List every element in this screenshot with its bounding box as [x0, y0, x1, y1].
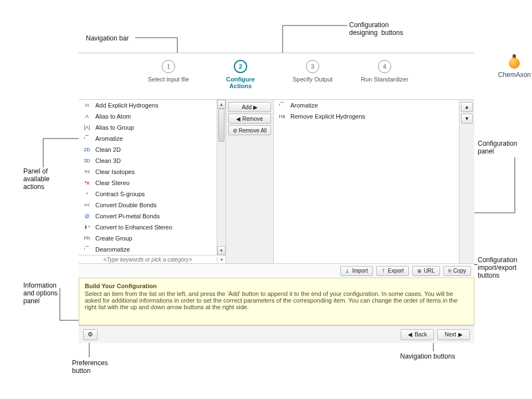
brand-name: ChemAxon	[498, 71, 531, 79]
import-icon: ⤓	[345, 268, 350, 274]
action-label: Clean 2D	[95, 146, 121, 153]
step-4-label: Run Standardizer	[360, 76, 410, 83]
action-label: Aromatize	[95, 135, 123, 142]
action-label: Clear Stereo	[95, 180, 130, 186]
step-2-circle: 2	[234, 60, 247, 73]
url-icon: ⊕	[417, 268, 422, 274]
copy-label: Copy	[453, 268, 466, 274]
io-button-row: ⤓Import ⤒Export ⊕URL ⎘Copy	[79, 263, 474, 278]
url-label: URL	[424, 268, 435, 274]
export-button[interactable]: ⤒Export	[376, 266, 409, 276]
filter-input[interactable]	[79, 257, 217, 263]
hexagon-icon	[82, 246, 92, 253]
copy-icon: ⎘	[448, 268, 451, 274]
action-clean-2d[interactable]: 2DClean 2D	[79, 144, 217, 155]
brand-block: ChemAxon	[498, 54, 531, 79]
step-3-label: Specify Output	[288, 76, 337, 83]
action-clear-isotopes[interactable]: ²HClear Isotopes	[79, 166, 217, 177]
double-bond-icon: ><	[82, 202, 92, 208]
stereo-x-icon: *x	[82, 180, 92, 186]
info-panel: Build Your Configuration Select an item …	[79, 278, 474, 325]
action-dearomatize[interactable]: Dearomatize	[79, 244, 217, 255]
url-button[interactable]: ⊕URL	[412, 266, 440, 276]
3d-icon: 3D	[82, 158, 92, 163]
available-actions-list[interactable]: HAdd Explicit Hydrogens AAlias to Atom […	[79, 100, 217, 255]
step-3-circle: 3	[306, 60, 319, 73]
info-body: Select an item from the list on the left…	[85, 290, 468, 310]
action-label: Dearomatize	[95, 246, 130, 253]
reorder-panel: ▲ ▼	[459, 100, 474, 263]
annotation-config-designing: Configuration designing buttons	[349, 21, 403, 37]
scroll-track[interactable]	[217, 109, 226, 246]
step-4[interactable]: 4 Run Standardizer	[360, 60, 410, 89]
move-up-button[interactable]: ▲	[461, 102, 473, 112]
brand-logo-icon	[507, 54, 522, 70]
ph-icon: Ph	[82, 236, 92, 241]
a-icon: A	[82, 114, 92, 119]
annotation-nav-bar: Navigation bar	[86, 34, 129, 42]
configured-remove-explicit-h[interactable]: HxRemove Explicit Hydrogens	[274, 111, 459, 122]
scrollbar-vertical[interactable]: ▲ ▼	[217, 100, 226, 255]
hexagon-icon	[82, 135, 92, 142]
action-clear-stereo[interactable]: *xClear Stereo	[79, 177, 217, 188]
no-icon: ⊘	[233, 127, 237, 134]
action-convert-pi-metal[interactable]: @Convert Pi-metal Bonds	[79, 211, 217, 222]
copy-button[interactable]: ⎘Copy	[443, 266, 471, 276]
action-alias-to-atom[interactable]: AAlias to Atom	[79, 111, 217, 122]
nav-buttons: ◀Back Next▶	[401, 329, 470, 340]
import-button[interactable]: ⤓Import	[340, 266, 372, 276]
action-aromatize[interactable]: Aromatize	[79, 133, 217, 144]
export-icon: ⤒	[381, 268, 386, 274]
hx-icon: Hx	[277, 114, 287, 119]
triangle-right-icon: ▶	[458, 331, 463, 337]
action-contract-sgroups[interactable]: *Contract S-groups	[79, 188, 217, 200]
scroll-up-icon[interactable]: ▲	[217, 100, 226, 109]
back-button[interactable]: ◀Back	[401, 329, 434, 340]
remove-all-button[interactable]: ⊘Remove All	[228, 125, 271, 135]
action-convert-enhanced-stereo[interactable]: ⬇*Convert to Enhanced Stereo	[79, 222, 217, 233]
action-create-group[interactable]: PhCreate Group	[79, 233, 217, 244]
action-label: Alias to Group	[95, 124, 134, 131]
action-label: Clear Isotopes	[95, 168, 135, 175]
step-2[interactable]: 2 Configure Actions	[216, 60, 265, 89]
step-4-circle: 4	[378, 60, 391, 73]
step-1[interactable]: 1 Select input file	[144, 60, 193, 89]
preferences-button[interactable]: ⚙	[83, 329, 98, 340]
isotope-icon: ²H	[82, 169, 92, 175]
action-label: Alias to Atom	[95, 113, 131, 120]
add-button[interactable]: Add ▶	[228, 102, 271, 112]
configuration-panel: Aromatize HxRemove Explicit Hydrogens ▲ …	[274, 100, 474, 263]
scroll-down-icon[interactable]: ▼	[217, 246, 226, 255]
triangle-left-icon: ◀	[408, 331, 412, 337]
action-alias-to-group[interactable]: [A]Alias to Group	[79, 122, 217, 133]
available-actions-panel: HAdd Explicit Hydrogens AAlias to Atom […	[79, 100, 226, 263]
move-down-button[interactable]: ▼	[461, 114, 473, 124]
action-clean-3d[interactable]: 3DClean 3D	[79, 155, 217, 166]
footer: ⚙ ◀Back Next▶	[79, 325, 474, 343]
annotation-config-panel: Configuration panel	[478, 140, 517, 155]
export-label: Export	[388, 268, 404, 274]
app-window: 1 Select input file 2 Configure Actions …	[79, 53, 474, 343]
action-convert-double-bonds[interactable]: ><Convert Double Bonds	[79, 200, 217, 211]
next-label: Next	[444, 331, 456, 337]
gear-icon: ⚙	[88, 331, 93, 338]
step-3[interactable]: 3 Specify Output	[288, 60, 337, 89]
scroll-thumb[interactable]	[218, 109, 224, 142]
step-1-label: Select input file	[144, 76, 193, 83]
2d-icon: 2D	[82, 147, 92, 152]
pi-metal-icon: @	[82, 213, 92, 219]
annotation-info-options: Information and options panel	[23, 282, 58, 305]
enhanced-stereo-icon: ⬇*	[82, 224, 92, 230]
configured-actions-list[interactable]: Aromatize HxRemove Explicit Hydrogens	[274, 100, 459, 263]
config-label: Remove Explicit Hydrogens	[290, 113, 365, 120]
annotation-panel-actions: Panel of available actions	[23, 167, 49, 191]
remove-button[interactable]: ◀ Remove	[228, 114, 271, 124]
configured-aromatize[interactable]: Aromatize	[274, 100, 459, 111]
info-title: Build Your Configuration	[85, 283, 468, 289]
remove-all-label: Remove All	[239, 127, 267, 134]
action-add-explicit-hydrogens[interactable]: HAdd Explicit Hydrogens	[79, 100, 217, 111]
annotation-prefs-btn: Preferences button	[72, 359, 108, 375]
filter-dropdown-icon[interactable]: ▾	[217, 257, 226, 262]
next-button[interactable]: Next▶	[437, 329, 470, 340]
filter-row: ▾	[79, 255, 226, 263]
